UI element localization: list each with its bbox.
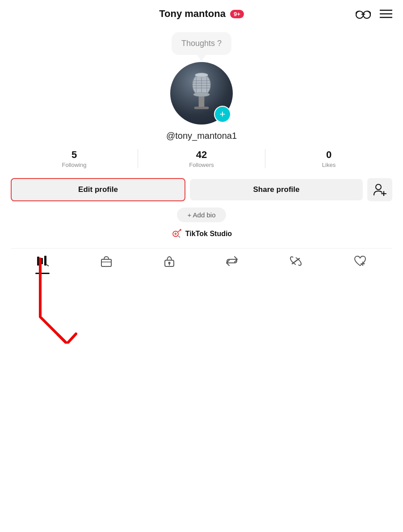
- shop-icon: [100, 255, 113, 270]
- followers-count: 42: [196, 149, 207, 161]
- add-friend-button[interactable]: [367, 178, 392, 201]
- tab-liked[interactable]: [290, 255, 302, 275]
- notification-badge[interactable]: 9+: [230, 10, 244, 18]
- svg-rect-27: [41, 258, 43, 264]
- followers-label: Followers: [189, 162, 214, 168]
- followers-stat[interactable]: 42 Followers: [138, 149, 265, 168]
- avatar-wrap: +: [170, 62, 233, 125]
- header-icons: [356, 9, 392, 19]
- action-row: Edit profile Share profile: [11, 178, 392, 201]
- header: Tony mantona 9+: [0, 0, 403, 28]
- following-count: 5: [71, 149, 77, 161]
- tab-private[interactable]: [164, 255, 175, 275]
- tiktok-studio-label: TikTok Studio: [185, 230, 232, 238]
- header-title-wrap: Tony mantona 9+: [159, 8, 244, 20]
- likes-label: Likes: [322, 162, 336, 168]
- svg-point-20: [193, 93, 210, 97]
- profile-section: Thoughts ? +: [0, 28, 403, 275]
- svg-rect-28: [44, 256, 46, 266]
- svg-point-1: [363, 11, 370, 18]
- tab-repost[interactable]: [226, 255, 238, 275]
- stats-row: 5 Following 42 Followers 0 Likes: [11, 149, 392, 168]
- liked-icon: [290, 255, 302, 270]
- grid-icon: [36, 256, 49, 270]
- svg-rect-17: [199, 96, 205, 108]
- svg-rect-26: [37, 257, 39, 266]
- add-story-button[interactable]: +: [214, 106, 231, 123]
- svg-point-19: [195, 73, 208, 77]
- edit-profile-button[interactable]: Edit profile: [11, 178, 185, 201]
- following-stat[interactable]: 5 Following: [11, 149, 138, 168]
- share-profile-button[interactable]: Share profile: [190, 179, 363, 200]
- svg-point-21: [376, 184, 381, 190]
- page-title: Tony mantona: [159, 8, 226, 20]
- svg-point-25: [180, 229, 181, 231]
- likes-stat[interactable]: 0 Likes: [265, 149, 392, 168]
- tab-shop[interactable]: [100, 255, 113, 275]
- svg-point-0: [356, 11, 363, 18]
- username: @tony_mantona1: [166, 131, 237, 141]
- menu-icon[interactable]: [380, 9, 392, 19]
- likes-count: 0: [326, 149, 332, 161]
- tab-favorites[interactable]: [353, 255, 367, 275]
- favorites-icon: [353, 255, 367, 270]
- repost-icon: [226, 255, 238, 270]
- add-bio-button[interactable]: + Add bio: [177, 208, 227, 222]
- following-label: Following: [62, 162, 87, 168]
- tab-grid[interactable]: [36, 256, 49, 274]
- activity-icon[interactable]: [356, 9, 371, 19]
- svg-rect-18: [194, 107, 209, 109]
- bottom-tabs: [11, 248, 392, 275]
- tiktok-studio-button[interactable]: TikTok Studio: [171, 229, 232, 239]
- svg-rect-29: [101, 259, 111, 266]
- thought-bubble[interactable]: Thoughts ?: [172, 32, 231, 55]
- lock-icon: [164, 255, 175, 270]
